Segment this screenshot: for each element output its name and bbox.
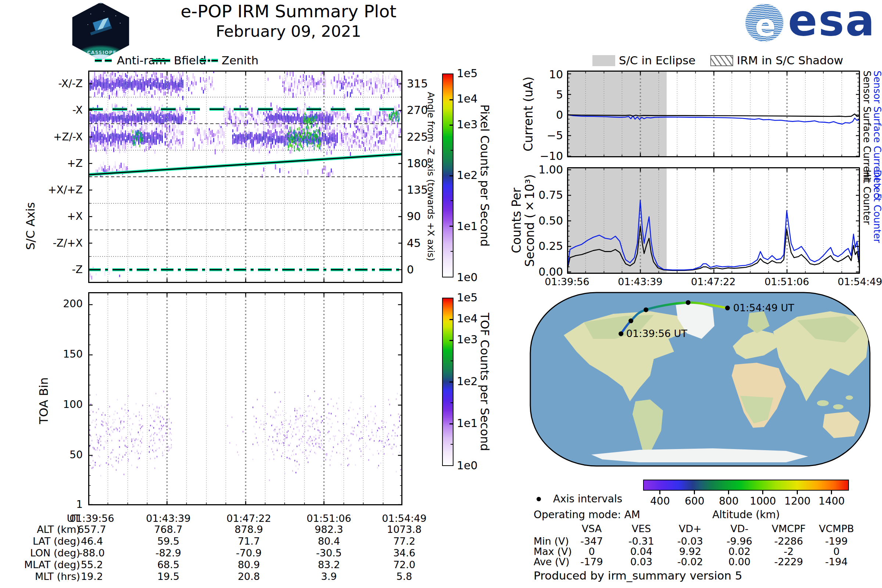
ephemeris-cell: 80.9 [218,560,280,570]
counts-right-label-black: Hit Counter [861,170,873,225]
ephemeris-cell: -82.9 [137,548,200,559]
sc-axis-spectrogram-plot [88,70,402,283]
ephemeris-cell: 77.2 [373,536,435,547]
pixel-cb-tick: 1e4 [457,93,478,105]
ephemeris-cell: 19.5 [137,571,200,582]
voltage-table: VSAVESVD+VD-VMCPFVCMPBMin (V)-347-0.31-0… [529,524,882,568]
ephemeris-cell: 71.7 [218,536,280,547]
right-time-tick: 01:51:06 [759,276,814,288]
sc-row-label: +X/+Z [46,184,82,196]
voltage-cell: 0 [568,546,616,557]
counts-ytick: 0.75 [534,189,563,201]
operating-mode-label: Operating mode: AM [534,509,640,521]
sc-right-tick: 180 [407,157,428,170]
track-interval-dot [618,332,623,336]
voltage-cell: -2286 [765,536,813,546]
voltage-col-header: VMCPF [765,524,813,534]
ephemeris-cell: 46.4 [61,536,123,547]
alt-tick: 600 [676,495,713,507]
voltage-cell: 9.92 [666,546,714,557]
current-right-label-black: Sensor Surface Current [861,70,873,182]
alt-tick: 1200 [779,495,816,507]
tof-cb-tick: 1e4 [457,312,478,325]
voltage-col-header: VSA [568,524,616,534]
ephemeris-cell: 657.7 [61,524,123,535]
current-ytick: 0 [534,109,563,121]
axis-intervals-label: Axis intervals [553,493,622,505]
sc-row-label: -X/-Z [46,78,82,90]
track-interval-dot [628,319,633,323]
ephemeris-cell: 3.9 [298,571,360,582]
pixel-cb-tick: 1e2 [457,169,478,182]
voltage-col-header: VES [617,524,665,534]
ephemeris-cell: 19.2 [61,571,123,582]
page-date: February 09, 2021 [141,22,435,40]
track-interval-dot [644,307,648,312]
eclipse-label: S/C in Eclipse [619,54,696,67]
esa-wordmark: esa [788,0,876,46]
axis-intervals-dot [537,497,541,501]
ephemeris-cell: -70.9 [218,548,280,559]
track-start-label: 01:39:56 UT [626,328,687,340]
current-ytick: 5 [534,88,563,101]
current-ytick: −5 [534,129,563,142]
pixel-cb-tick: 1e0 [457,271,478,284]
alt-tick: 1000 [744,495,781,507]
esa-globe-e: e [755,8,781,44]
sc-row-label: -X [46,104,82,117]
altitude-cb-ticks [643,490,849,494]
ephemeris-cell: 55.2 [61,560,123,570]
zenith-label: Zenith [222,54,258,67]
voltage-cell: -179 [568,557,616,567]
time-tick: 01:47:22 [218,512,280,525]
ephemeris-cell: 982.3 [298,524,360,535]
voltage-cell: -0.03 [666,536,714,546]
altitude-colorbar [643,480,849,490]
anti-ram-dash-swatch [95,59,112,62]
sc-right-tick: 0 [407,264,414,276]
sc-right-tick: 90 [407,210,421,223]
counts-ytick: 0.50 [534,214,563,227]
pixel-cb-tick: 1e1 [457,220,478,232]
alt-tick: 800 [710,495,747,507]
voltage-cell: -0.31 [617,536,665,546]
toa-ytick: 50 [53,449,82,461]
sc-row-label: +Z [46,157,82,170]
tof-cb-tick: 1e5 [457,291,478,304]
voltage-cell: -194 [813,557,860,567]
voltage-cell: -199 [813,536,860,546]
right-time-tick: 01:39:56 [540,276,595,288]
bfield-line-swatch [152,59,170,62]
voltage-col-header: VD- [716,524,763,534]
voltage-cell: 0.04 [617,546,665,557]
time-tick: 01:54:49 [373,512,435,525]
esa-logo: e esa [745,3,878,44]
sc-right-axis-label: Angle from -Z axis (towards +X axis) [426,74,436,279]
voltage-cell: -2229 [765,557,813,567]
toa-ytick: 200 [53,298,82,310]
tof-cb-label: TOF Counts per Second [478,298,492,466]
axis-line-legend: Anti-ram Bfield Zenith [88,54,404,68]
counts-plot [567,167,860,274]
voltage-cell: -9.96 [716,536,763,546]
voltage-cell: 0.00 [716,557,763,567]
world-map [529,291,872,468]
counts-ytick: 1.00 [534,164,563,176]
page-title: e-POP IRM Summary Plot [141,2,435,21]
counts-ylabel-line1: Counts Per [509,167,524,274]
toa-bin-spectrogram-plot [88,292,402,506]
voltage-cell: 0.03 [617,557,665,567]
right-time-tick: 01:54:49 [832,276,882,288]
voltage-cell: 0.02 [716,546,763,557]
voltage-cell: -0.02 [666,557,714,567]
sc-row-label: +X [46,210,82,223]
eclipse-swatch [592,55,615,66]
toa-ytick: 1 [53,498,82,511]
sc-row-label: -Z [46,264,82,276]
pixel-cb-label: Pixel Counts per Second [478,74,492,278]
sc-row-label: -Z/+X [46,237,82,249]
current-ytick: −10 [534,150,563,162]
sc-row-label: +Z/-X [46,131,82,143]
current-ytick: 10 [534,68,563,81]
ephemeris-cell: 768.7 [137,524,200,535]
